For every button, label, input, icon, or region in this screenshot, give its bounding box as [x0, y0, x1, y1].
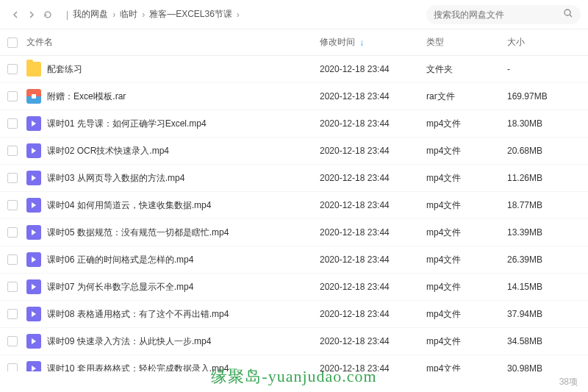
header-size[interactable]: 大小	[507, 36, 588, 49]
mp4-icon	[26, 171, 41, 185]
file-name: 课时05 数据规范：没有规范一切都是瞎忙.mp4	[47, 227, 229, 239]
forward-button[interactable]	[24, 7, 40, 23]
file-type: mp4文件	[426, 335, 507, 348]
crumb-2[interactable]: 雅客—EXCEL36节课	[149, 8, 232, 21]
file-name: 配套练习	[47, 63, 82, 76]
table-row[interactable]: 课时02 OCR技术快速录入.mp42020-12-18 23:44mp4文件2…	[0, 138, 588, 165]
file-name: 课时02 OCR技术快速录入.mp4	[47, 145, 169, 157]
row-checkbox[interactable]	[7, 64, 18, 74]
row-checkbox[interactable]	[7, 173, 18, 183]
crumb-0[interactable]: 我的网盘	[73, 8, 108, 21]
file-name: 课时08 表格通用格式：有了这个不再出错.mp4	[47, 308, 229, 321]
file-name: 课时10 套用表格格式：轻松完成数据录入.mp4	[47, 363, 229, 372]
refresh-button[interactable]	[40, 7, 56, 23]
row-checkbox[interactable]	[7, 336, 18, 346]
file-size: 20.68MB	[507, 146, 588, 156]
table-row[interactable]: 课时09 快速录入方法：从此快人一步.mp42020-12-18 23:44mp…	[0, 328, 588, 355]
footer: 38项	[0, 371, 588, 392]
file-time: 2020-12-18 23:44	[320, 146, 426, 156]
file-name: 附赠：Excel模板.rar	[47, 90, 126, 103]
search-input[interactable]	[434, 10, 559, 20]
mp4-icon	[26, 116, 41, 131]
table-row[interactable]: 课时03 从网页导入数据的方法.mp42020-12-18 23:44mp4文件…	[0, 165, 588, 192]
row-checkbox[interactable]	[7, 227, 18, 238]
file-name: 课时07 为何长串数字总显示不全.mp4	[47, 281, 193, 293]
file-name: 课时06 正确的时间格式是怎样的.mp4	[47, 254, 193, 266]
row-checkbox[interactable]	[7, 363, 18, 371]
row-checkbox[interactable]	[7, 146, 18, 156]
row-checkbox[interactable]	[7, 282, 18, 292]
file-size: 169.97MB	[507, 91, 588, 101]
file-size: 18.77MB	[507, 200, 588, 210]
row-checkbox[interactable]	[7, 254, 18, 265]
file-time: 2020-12-18 23:44	[320, 64, 426, 74]
table-row[interactable]: 课时04 如何用简道云，快速收集数据.mp42020-12-18 23:44mp…	[0, 192, 588, 219]
file-list: 配套练习2020-12-18 23:44文件夹-附赠：Excel模板.rar20…	[0, 56, 588, 371]
chevron-right-icon: ›	[142, 10, 145, 20]
file-size: 14.15MB	[507, 282, 588, 292]
mp4-icon	[26, 279, 41, 294]
table-row[interactable]: 课时08 表格通用格式：有了这个不再出错.mp42020-12-18 23:44…	[0, 301, 588, 328]
table-row[interactable]: 附赠：Excel模板.rar2020-12-18 23:44rar文件169.9…	[0, 83, 588, 110]
mp4-icon	[26, 198, 41, 213]
table-header: 文件名 修改时间↓ 类型 大小	[0, 29, 588, 56]
table-row[interactable]: 课时06 正确的时间格式是怎样的.mp42020-12-18 23:44mp4文…	[0, 246, 588, 274]
file-time: 2020-12-18 23:44	[320, 363, 426, 371]
file-type: mp4文件	[426, 199, 507, 212]
row-checkbox[interactable]	[7, 118, 18, 129]
header-type[interactable]: 类型	[426, 36, 507, 49]
row-checkbox[interactable]	[7, 91, 18, 101]
mp4-icon	[26, 252, 41, 267]
row-checkbox[interactable]	[7, 200, 18, 210]
file-time: 2020-12-18 23:44	[320, 200, 426, 210]
search-icon[interactable]	[563, 8, 573, 21]
file-name: 课时09 快速录入方法：从此快人一步.mp4	[47, 335, 211, 348]
file-size: 34.58MB	[507, 336, 588, 346]
crumb-1[interactable]: 临时	[120, 8, 137, 21]
table-row[interactable]: 课时01 先导课：如何正确学习Excel.mp42020-12-18 23:44…	[0, 110, 588, 138]
header-time[interactable]: 修改时间↓	[320, 36, 426, 49]
mp4-icon	[26, 225, 41, 240]
header-name[interactable]: 文件名	[25, 36, 320, 49]
search-box[interactable]	[426, 5, 581, 24]
table-row[interactable]: 配套练习2020-12-18 23:44文件夹-	[0, 56, 588, 83]
chevron-right-icon: ›	[237, 10, 240, 20]
rar-icon	[26, 89, 41, 104]
toolbar: | 我的网盘 › 临时 › 雅客—EXCEL36节课 ›	[0, 0, 588, 29]
file-name: 课时04 如何用简道云，快速收集数据.mp4	[47, 199, 211, 212]
file-type: mp4文件	[426, 281, 507, 293]
file-name: 课时01 先导课：如何正确学习Excel.mp4	[47, 118, 207, 130]
file-time: 2020-12-18 23:44	[320, 282, 426, 292]
file-type: mp4文件	[426, 172, 507, 185]
file-type: mp4文件	[426, 145, 507, 157]
sort-arrow-down-icon: ↓	[359, 38, 364, 48]
breadcrumb: | 我的网盘 › 临时 › 雅客—EXCEL36节课 ›	[62, 8, 426, 21]
mp4-icon	[26, 334, 41, 349]
file-size: 11.26MB	[507, 173, 588, 183]
select-all-checkbox[interactable]	[7, 38, 18, 48]
mp4-icon	[26, 361, 41, 371]
file-type: mp4文件	[426, 118, 507, 130]
mp4-icon	[26, 307, 41, 321]
file-time: 2020-12-18 23:44	[320, 227, 426, 238]
table-row[interactable]: 课时05 数据规范：没有规范一切都是瞎忙.mp42020-12-18 23:44…	[0, 219, 588, 246]
separator-icon: |	[66, 10, 68, 20]
file-type: mp4文件	[426, 363, 507, 372]
file-size: 26.39MB	[507, 254, 588, 265]
file-size: 13.39MB	[507, 227, 588, 238]
file-name: 课时03 从网页导入数据的方法.mp4	[47, 172, 184, 185]
svg-point-0	[564, 10, 570, 15]
table-row[interactable]: 课时07 为何长串数字总显示不全.mp42020-12-18 23:44mp4文…	[0, 274, 588, 301]
back-button[interactable]	[7, 7, 24, 23]
file-type: mp4文件	[426, 254, 507, 266]
item-count: 38项	[559, 376, 578, 388]
file-type: mp4文件	[426, 227, 507, 239]
folder-icon	[26, 62, 41, 76]
file-size: 37.94MB	[507, 309, 588, 319]
file-type: 文件夹	[426, 63, 507, 76]
file-type: rar文件	[426, 90, 507, 103]
mp4-icon	[26, 143, 41, 158]
svg-line-1	[570, 15, 572, 17]
table-row[interactable]: 课时10 套用表格格式：轻松完成数据录入.mp42020-12-18 23:44…	[0, 355, 588, 371]
row-checkbox[interactable]	[7, 309, 18, 319]
